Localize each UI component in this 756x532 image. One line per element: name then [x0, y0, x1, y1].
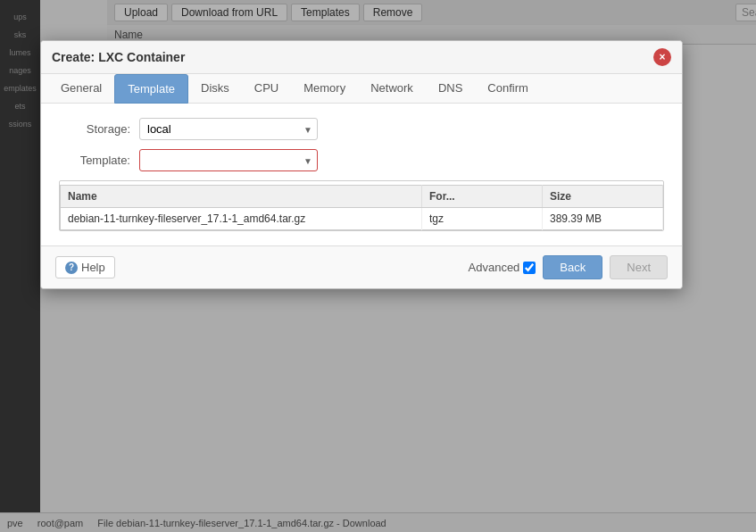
help-icon: ? [65, 262, 78, 274]
advanced-text: Advanced [469, 261, 520, 274]
col-header-name: Name [61, 186, 422, 208]
template-table: Name For... Size debian-11-turnkey-files… [60, 185, 663, 230]
row-name: debian-11-turnkey-fileserver_17.1-1_amd6… [61, 208, 422, 230]
tab-memory[interactable]: Memory [291, 74, 358, 104]
template-table-body: debian-11-turnkey-fileserver_17.1-1_amd6… [61, 208, 663, 230]
template-table-wrapper: Name For... Size debian-11-turnkey-files… [59, 180, 664, 231]
dialog-footer: ? Help Advanced Back Next [41, 245, 682, 288]
footer-right: Advanced Back Next [469, 255, 668, 279]
storage-select-wrapper: local ▼ [139, 118, 318, 140]
template-select[interactable] [139, 149, 318, 171]
template-label: Template: [59, 154, 139, 167]
storage-row: Storage: local ▼ [59, 118, 664, 140]
template-table-header-row: Name For... Size [61, 186, 663, 208]
tab-dns[interactable]: DNS [426, 74, 475, 104]
template-table-head: Name For... Size [61, 186, 663, 208]
template-select-wrapper: ▼ [139, 149, 318, 171]
back-button[interactable]: Back [543, 255, 602, 279]
advanced-label[interactable]: Advanced [469, 261, 536, 274]
footer-left: ? Help [55, 256, 115, 278]
dialog-header: Create: LXC Container × [41, 41, 682, 74]
help-label: Help [81, 261, 105, 274]
storage-select[interactable]: local [139, 118, 318, 140]
tab-template[interactable]: Template [114, 74, 188, 104]
tab-cpu[interactable]: CPU [242, 74, 291, 104]
storage-label: Storage: [59, 122, 139, 136]
dialog-body: Storage: local ▼ Template: ▼ Name [41, 104, 682, 245]
next-button[interactable]: Next [610, 255, 668, 279]
template-row: Template: ▼ [59, 149, 664, 171]
help-button[interactable]: ? Help [55, 256, 115, 278]
dialog-close-button[interactable]: × [653, 48, 671, 66]
col-header-size: Size [543, 186, 663, 208]
tab-network[interactable]: Network [358, 74, 426, 104]
dialog-title: Create: LXC Container [52, 50, 185, 64]
create-lxc-dialog: Create: LXC Container × General Template… [40, 40, 683, 289]
row-size: 389.39 MB [543, 208, 663, 230]
tab-confirm[interactable]: Confirm [475, 74, 541, 104]
row-format: tgz [422, 208, 543, 230]
advanced-checkbox[interactable] [523, 262, 536, 274]
col-header-format: For... [422, 186, 543, 208]
tab-disks[interactable]: Disks [188, 74, 242, 104]
dialog-tabs: General Template Disks CPU Memory Networ… [41, 74, 682, 104]
tab-general[interactable]: General [48, 74, 114, 104]
table-row[interactable]: debian-11-turnkey-fileserver_17.1-1_amd6… [61, 208, 663, 230]
